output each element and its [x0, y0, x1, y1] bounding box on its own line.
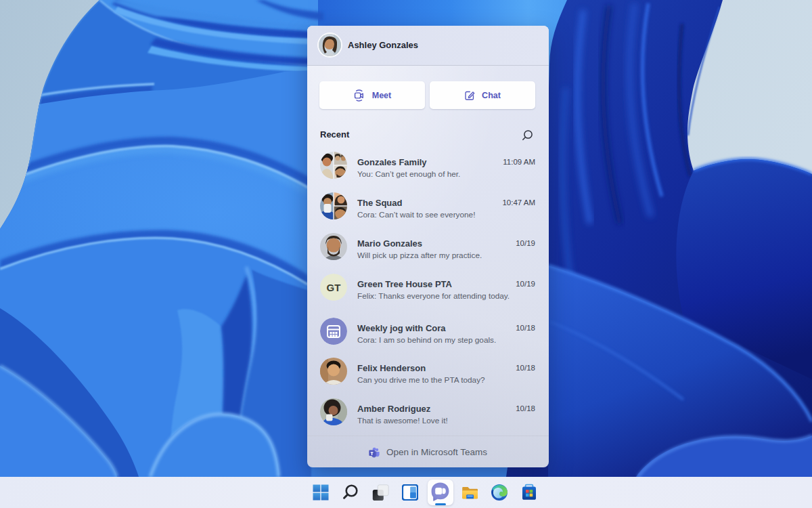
svg-text:GT: GT	[327, 282, 341, 293]
